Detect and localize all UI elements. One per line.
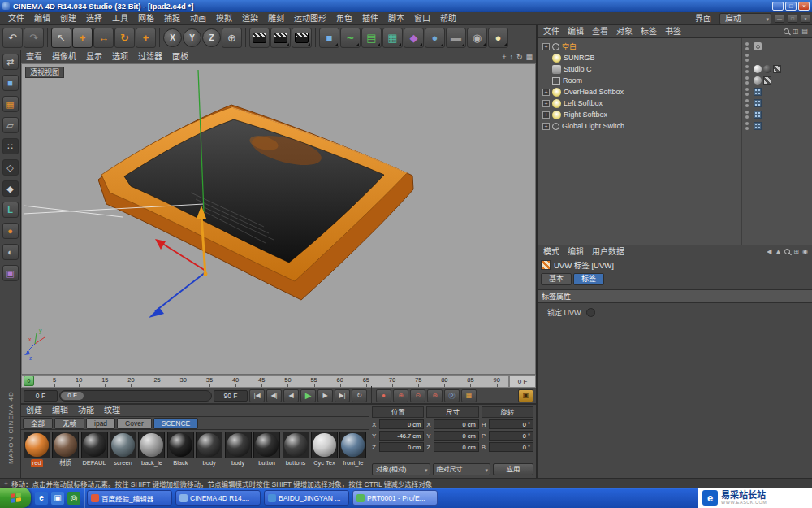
play-button[interactable]: ▶ bbox=[300, 389, 316, 402]
xpresso-tag-icon[interactable] bbox=[754, 99, 762, 107]
frame-slider-handle[interactable]: 0 F bbox=[61, 392, 84, 400]
material-label[interactable]: body bbox=[230, 459, 246, 467]
material-filter-chip[interactable]: ipad bbox=[86, 418, 115, 429]
previous-key-button[interactable]: ◀| bbox=[266, 389, 282, 402]
tablet-object[interactable] bbox=[98, 105, 413, 300]
make-editable-icon[interactable]: ⇄ bbox=[2, 54, 19, 70]
enable-axis-icon[interactable]: L bbox=[2, 202, 19, 218]
object-row[interactable]: SUNRGB bbox=[538, 52, 812, 63]
viewport-label[interactable]: 透视视图 bbox=[25, 67, 64, 78]
material-thumbnail[interactable] bbox=[52, 432, 79, 458]
menu-item[interactable]: 编辑 bbox=[29, 12, 55, 25]
visibility-dots[interactable] bbox=[744, 99, 750, 107]
menu-item[interactable]: 文件 bbox=[3, 12, 29, 25]
expand-toggle[interactable]: + bbox=[542, 100, 550, 107]
material-item[interactable]: screen bbox=[109, 432, 136, 467]
uvw-tag-icon[interactable] bbox=[763, 76, 771, 85]
visibility-dots[interactable] bbox=[744, 88, 750, 96]
next-frame-button[interactable]: ▶ bbox=[317, 389, 333, 402]
object-row[interactable]: Room bbox=[538, 75, 812, 86]
expand-toggle[interactable]: + bbox=[542, 43, 550, 50]
child-restore-button[interactable]: □ bbox=[788, 15, 797, 23]
close-button[interactable]: × bbox=[798, 2, 810, 11]
frame-slider[interactable]: 0 F bbox=[59, 390, 212, 402]
viewport-menu-item[interactable]: 摄像机 bbox=[47, 50, 81, 63]
visibility-dots[interactable] bbox=[744, 76, 750, 85]
rotation-field[interactable]: 0 ° bbox=[489, 419, 533, 429]
quick-launch-icon[interactable]: e bbox=[35, 492, 48, 505]
material-filter-chip[interactable]: 无帧 bbox=[54, 418, 84, 429]
material-filter-chip[interactable]: Cover bbox=[117, 418, 152, 429]
visibility-dots[interactable] bbox=[744, 54, 750, 62]
viewport-menu-item[interactable]: 选项 bbox=[107, 50, 133, 63]
object-label[interactable]: 空白 bbox=[562, 41, 577, 52]
panel-layout-icon[interactable]: ◫ bbox=[793, 28, 799, 35]
rotation-field[interactable]: 0 ° bbox=[489, 442, 533, 452]
loop-button[interactable]: ↻ bbox=[352, 389, 367, 402]
taskbar-button[interactable]: PRT0001 - Pro/E... bbox=[352, 490, 438, 506]
record-scale-button[interactable]: ⊙ bbox=[410, 389, 425, 402]
material-item[interactable]: Black bbox=[166, 432, 194, 467]
object-label[interactable]: Right Softbox bbox=[564, 111, 607, 119]
visibility-dots[interactable] bbox=[744, 111, 750, 119]
timeline-ruler[interactable]: 051015202530354045505560657075808590 bbox=[21, 375, 509, 388]
live-selection-button[interactable]: ↖ bbox=[51, 28, 71, 48]
material-item[interactable]: DEFAUL bbox=[80, 432, 108, 467]
object-menu-item[interactable]: 书签 bbox=[661, 25, 685, 38]
object-row[interactable]: + Left Softbox bbox=[538, 98, 812, 109]
material-menu-item[interactable]: 创建 bbox=[21, 404, 47, 417]
material-item[interactable]: front_le bbox=[339, 432, 367, 467]
pan-view-icon[interactable]: + bbox=[502, 53, 506, 61]
xpresso-tag-icon[interactable] bbox=[754, 111, 762, 119]
maximize-button[interactable]: □ bbox=[785, 2, 797, 11]
object-menu-item[interactable]: 编辑 bbox=[564, 25, 588, 38]
material-menu-item[interactable]: 编辑 bbox=[47, 404, 73, 417]
material-item[interactable]: button bbox=[253, 432, 280, 467]
quick-launch-icon[interactable]: ▣ bbox=[51, 492, 64, 505]
locked-workplane-icon[interactable]: ▣ bbox=[2, 265, 19, 281]
material-thumbnail[interactable] bbox=[81, 432, 108, 458]
material-label[interactable]: button bbox=[257, 459, 277, 467]
add-array-button[interactable]: ▦ bbox=[382, 28, 403, 48]
material-label[interactable]: back_le bbox=[140, 459, 164, 467]
current-frame-marker[interactable]: 0 bbox=[24, 376, 34, 386]
record-position-button[interactable]: ⊕ bbox=[393, 389, 408, 402]
add-generator-button[interactable]: ▤ bbox=[361, 28, 382, 48]
scale-tool-button[interactable]: ↔ bbox=[93, 28, 114, 48]
texture-tag-icon[interactable] bbox=[754, 65, 762, 73]
add-environment-button[interactable]: ● bbox=[425, 28, 445, 48]
object-row[interactable]: + Global Light Switch bbox=[538, 120, 812, 132]
add-deformer-button[interactable]: ◆ bbox=[404, 28, 424, 48]
undo-button[interactable]: ↶ bbox=[2, 28, 23, 48]
lock-x-axis-button[interactable]: X bbox=[163, 28, 182, 47]
lock-z-axis-button[interactable]: Z bbox=[202, 28, 221, 47]
menu-item[interactable]: 窗口 bbox=[409, 12, 435, 25]
apply-button[interactable]: 应用 bbox=[493, 463, 533, 475]
material-label[interactable]: body bbox=[201, 459, 218, 467]
material-filter-chip[interactable]: SCENCE bbox=[153, 418, 198, 429]
texture-tag-icon[interactable] bbox=[763, 65, 771, 73]
move-tool-button[interactable]: + bbox=[72, 28, 93, 48]
material-item[interactable]: buttons bbox=[282, 432, 309, 467]
material-thumbnail[interactable] bbox=[138, 432, 165, 458]
rotation-field[interactable]: 0 ° bbox=[489, 431, 533, 441]
menu-item[interactable]: 角色 bbox=[331, 12, 357, 25]
viewport-menu-item[interactable]: 查看 bbox=[21, 50, 47, 63]
material-thumbnail[interactable] bbox=[283, 432, 309, 458]
search-icon[interactable] bbox=[784, 28, 789, 34]
material-menu-item[interactable]: 功能 bbox=[73, 404, 99, 417]
add-floor-button[interactable]: ▬ bbox=[446, 28, 466, 48]
material-thumbnail[interactable] bbox=[311, 432, 338, 458]
material-menu-item[interactable]: 纹理 bbox=[99, 404, 125, 417]
goto-end-button[interactable]: ▶| bbox=[335, 389, 350, 402]
add-primitive-cube-button[interactable]: ■ bbox=[319, 28, 339, 48]
history-up-icon[interactable]: ▲ bbox=[775, 248, 781, 255]
zoom-view-icon[interactable]: ↕ bbox=[509, 53, 513, 61]
grid-view-icon[interactable]: ⊞ bbox=[793, 248, 799, 255]
coordinate-system-button[interactable]: ⊕ bbox=[222, 28, 242, 48]
menu-item[interactable]: 捕捉 bbox=[159, 12, 185, 25]
toggle-views-icon[interactable]: ▦ bbox=[525, 53, 533, 61]
viewport-canvas-3d[interactable]: x y z bbox=[22, 64, 535, 374]
object-label[interactable]: OverHead Softbox bbox=[564, 88, 624, 96]
render-view-button[interactable] bbox=[249, 28, 270, 48]
